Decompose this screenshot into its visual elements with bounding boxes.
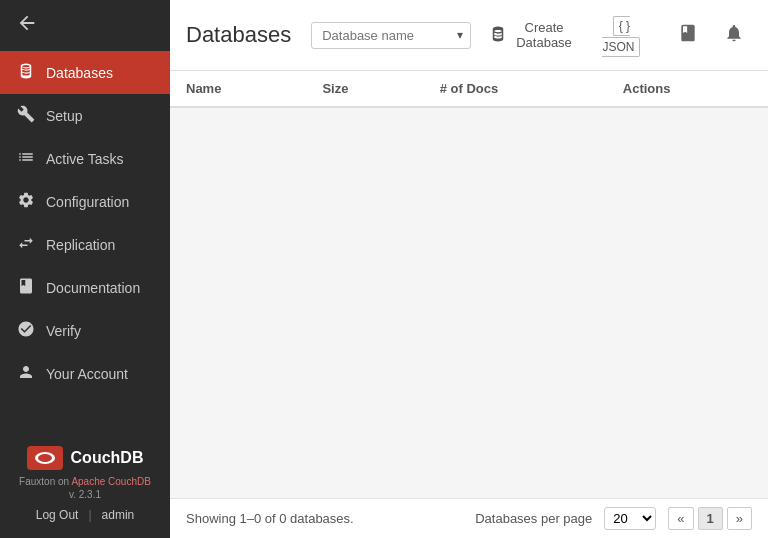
- sidebar-item-verify[interactable]: Verify: [0, 309, 170, 352]
- person-icon: [16, 363, 36, 384]
- json-label: { } JSON: [602, 16, 640, 57]
- create-database-button[interactable]: Create Database: [481, 15, 583, 55]
- book-icon: [16, 277, 36, 298]
- apache-link[interactable]: Apache CouchDB: [71, 476, 151, 487]
- toolbar: Databases ▾ Create Database { } JSON: [170, 0, 768, 71]
- create-db-icon: [489, 25, 507, 46]
- sidebar-item-documentation[interactable]: Documentation: [0, 266, 170, 309]
- sidebar-item-your-account[interactable]: Your Account: [0, 352, 170, 395]
- replication-icon: [16, 234, 36, 255]
- sidebar-item-databases[interactable]: Databases: [0, 51, 170, 94]
- sidebar-item-label: Setup: [46, 108, 83, 124]
- sidebar-item-setup[interactable]: Setup: [0, 94, 170, 137]
- sidebar-item-label: Verify: [46, 323, 81, 339]
- check-icon: [16, 320, 36, 341]
- prev-page-button[interactable]: «: [668, 507, 693, 530]
- sidebar-item-label: Your Account: [46, 366, 128, 382]
- sidebar: Databases Setup Active Tasks: [0, 0, 170, 538]
- docs-icon-button[interactable]: [670, 19, 706, 52]
- db-search-wrapper: ▾: [311, 22, 471, 49]
- database-icon: [16, 62, 36, 83]
- sidebar-footer: CouchDB Fauxton on Apache CouchDB v. 2.3…: [0, 430, 170, 538]
- current-page-button[interactable]: 1: [698, 507, 723, 530]
- col-docs: # of Docs: [424, 71, 607, 107]
- search-input[interactable]: [311, 22, 471, 49]
- admin-link[interactable]: admin: [102, 508, 135, 522]
- pagination: « 1 »: [668, 507, 752, 530]
- next-page-button[interactable]: »: [727, 507, 752, 530]
- sidebar-item-active-tasks[interactable]: Active Tasks: [0, 137, 170, 180]
- sidebar-item-label: Active Tasks: [46, 151, 124, 167]
- sidebar-top: [0, 0, 170, 51]
- col-name: Name: [170, 71, 306, 107]
- couch-icon: [27, 446, 63, 470]
- notifications-button[interactable]: [716, 19, 752, 52]
- page-title: Databases: [186, 22, 291, 48]
- sidebar-item-configuration[interactable]: Configuration: [0, 180, 170, 223]
- footer-links: Log Out | admin: [16, 508, 154, 522]
- sidebar-nav: Databases Setup Active Tasks: [0, 51, 170, 430]
- databases-table: Name Size # of Docs Actions: [170, 71, 768, 108]
- couchdb-brand-text: CouchDB: [71, 449, 144, 467]
- version-text: v. 2.3.1: [16, 489, 154, 500]
- wrench-icon: [16, 105, 36, 126]
- svg-point-1: [38, 454, 52, 462]
- gear-icon: [16, 191, 36, 212]
- status-bar: Showing 1–0 of 0 databases. Databases pe…: [170, 498, 768, 538]
- sidebar-item-label: Replication: [46, 237, 115, 253]
- per-page-label: Databases per page: [475, 511, 592, 526]
- col-actions: Actions: [607, 71, 768, 107]
- logout-link[interactable]: Log Out: [36, 508, 79, 522]
- table-header-row: Name Size # of Docs Actions: [170, 71, 768, 107]
- json-button[interactable]: { } JSON: [593, 10, 650, 60]
- showing-text: Showing 1–0 of 0 databases.: [186, 511, 354, 526]
- list-icon: [16, 148, 36, 169]
- create-database-label: Create Database: [513, 20, 575, 50]
- sidebar-item-replication[interactable]: Replication: [0, 223, 170, 266]
- per-page-select[interactable]: 20 10 30 50 100: [604, 507, 656, 530]
- couchdb-logo: CouchDB: [16, 446, 154, 470]
- nav-icon[interactable]: [16, 12, 38, 39]
- sidebar-item-label: Configuration: [46, 194, 129, 210]
- sidebar-item-label: Documentation: [46, 280, 140, 296]
- content-area: Name Size # of Docs Actions: [170, 71, 768, 498]
- sidebar-item-label: Databases: [46, 65, 113, 81]
- col-size: Size: [306, 71, 423, 107]
- fauxton-label: Fauxton on Apache CouchDB: [16, 476, 154, 487]
- main-content: Databases ▾ Create Database { } JSON: [170, 0, 768, 538]
